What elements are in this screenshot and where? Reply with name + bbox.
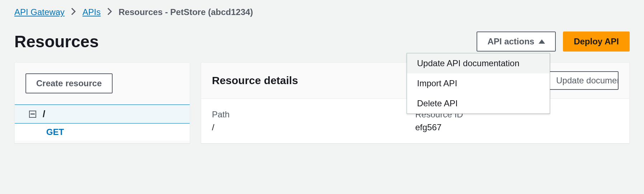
resources-tree-panel: Create resource / GET <box>14 62 190 144</box>
chevron-right-icon <box>71 8 76 17</box>
detail-path-col: Path / <box>212 110 415 132</box>
breadcrumb-api-gateway[interactable]: API Gateway <box>14 7 65 17</box>
menu-import-api[interactable]: Import API <box>407 73 550 93</box>
caret-up-icon <box>539 39 545 44</box>
resource-id-value: efg567 <box>415 122 619 132</box>
collapse-icon[interactable] <box>29 111 36 118</box>
breadcrumb: API Gateway APIs Resources - PetStore (a… <box>0 0 644 17</box>
menu-update-api-documentation[interactable]: Update API documentation <box>407 53 550 73</box>
tree-method-get[interactable]: GET <box>15 123 190 141</box>
path-label: Path <box>212 110 415 120</box>
menu-delete-api[interactable]: Delete API <box>407 93 550 113</box>
api-actions-menu: Update API documentation Import API Dele… <box>407 53 550 114</box>
svg-rect-0 <box>30 113 35 115</box>
api-actions-label: API actions <box>487 37 534 47</box>
page-title: Resources <box>14 32 99 51</box>
header-actions: API actions Deploy API Update API docume… <box>477 31 630 52</box>
path-value: / <box>212 122 415 132</box>
resource-details-title: Resource details <box>212 74 298 87</box>
update-documentation-button[interactable]: Update documentation <box>547 71 619 90</box>
left-panel-header: Create resource <box>15 63 190 105</box>
create-resource-button[interactable]: Create resource <box>25 73 113 93</box>
breadcrumb-current: Resources - PetStore (abcd1234) <box>119 7 253 17</box>
tree-root-resource[interactable]: / <box>15 105 190 123</box>
api-actions-button[interactable]: API actions <box>477 31 556 52</box>
deploy-api-button[interactable]: Deploy API <box>563 31 630 52</box>
breadcrumb-apis[interactable]: APIs <box>82 7 101 17</box>
tree-root-path: / <box>43 108 45 120</box>
resource-tree: / GET <box>15 105 190 141</box>
page-header: Resources API actions Deploy API Update … <box>0 17 644 62</box>
chevron-right-icon <box>107 8 112 17</box>
